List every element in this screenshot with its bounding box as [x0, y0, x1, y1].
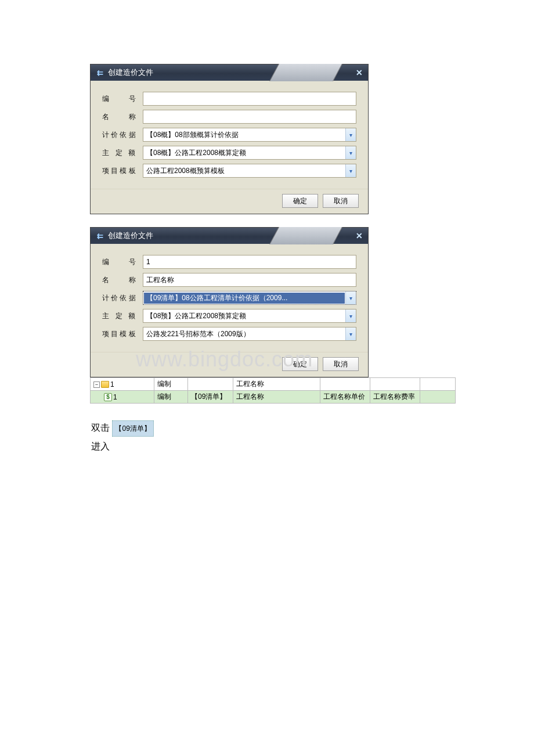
cancel-button[interactable]: 取消: [323, 194, 359, 208]
label-template: 项目模板: [100, 166, 143, 176]
cell-unit-price: [320, 378, 370, 391]
titlebar-decoration: [269, 227, 342, 244]
form-area: 编 号 名 称 计价依据 【08概】08部颁概算计价依据 ▾ 主 定 额 【08…: [91, 81, 368, 189]
app-icon: ⇇: [95, 68, 104, 77]
form-area: 编 号 名 称 计价依据 【09清单】08公路工程清单计价依据（2009... …: [91, 244, 368, 352]
combo-basis[interactable]: 【08概】08部颁概算计价依据 ▾: [143, 128, 356, 142]
combo-basis-text: 【09清单】08公路工程清单计价依据（2009...: [144, 293, 345, 304]
chevron-down-icon[interactable]: ▾: [345, 327, 356, 340]
combo-quota-text: 【08概】公路工程2008概算定额: [143, 147, 345, 159]
titlebar-decoration: [269, 64, 342, 81]
combo-template[interactable]: 公路工程2008概预算模板 ▾: [143, 164, 356, 178]
row-quota: 主 定 额 【08概】公路工程2008概算定额 ▾: [100, 146, 356, 160]
combo-basis[interactable]: 【09清单】08公路工程清单计价依据（2009... ▾: [143, 291, 356, 305]
button-bar: 确定 取消: [91, 352, 368, 377]
label-number: 编 号: [100, 257, 143, 267]
combo-quota-text: 【08预】公路工程2008预算定额: [143, 310, 345, 322]
chevron-down-icon[interactable]: ▾: [345, 128, 356, 141]
input-name[interactable]: [143, 110, 356, 124]
cell-extra: [420, 378, 456, 391]
dialog-create-cost-file-1: ⇇ 创建造价文件 ✕ 编 号 名 称 计价依据 【08概】08部颁概算计价依据 …: [90, 64, 369, 214]
cell-project-name: 工程名称: [233, 391, 320, 404]
row-number: 编 号: [100, 92, 356, 106]
chevron-down-icon[interactable]: ▾: [345, 146, 356, 159]
input-name[interactable]: [143, 273, 356, 287]
input-number[interactable]: [143, 92, 356, 106]
instruction-line2: 进入: [91, 437, 534, 456]
row-quota: 主 定 额 【08预】公路工程2008预算定额 ▾: [100, 309, 356, 323]
row-basis: 计价依据 【08概】08部颁概算计价依据 ▾: [100, 128, 356, 142]
close-button[interactable]: ✕: [354, 231, 365, 241]
row-number: 编 号: [100, 255, 356, 269]
combo-basis-text: 【08概】08部颁概算计价依据: [143, 129, 345, 141]
tree-node-label: 1: [113, 393, 117, 401]
combo-quota[interactable]: 【08概】公路工程2008概算定额 ▾: [143, 146, 356, 160]
tree-node-label: 1: [110, 380, 114, 388]
app-icon: ⇇: [95, 231, 104, 240]
ok-button[interactable]: 确定: [282, 194, 318, 208]
cell-rate: [370, 378, 420, 391]
titlebar: ⇇ 创建造价文件 ✕: [91, 64, 368, 81]
cancel-button[interactable]: 取消: [323, 357, 359, 371]
chevron-down-icon[interactable]: ▾: [345, 164, 356, 177]
combo-quota[interactable]: 【08预】公路工程2008预算定额 ▾: [143, 309, 356, 323]
dialog-create-cost-file-2: ⇇ 创建造价文件 ✕ 编 号 名 称 计价依据 【09清单】08公路工程清单计价…: [90, 227, 369, 377]
folder-icon: [101, 381, 109, 388]
ok-button[interactable]: 确定: [282, 357, 318, 371]
collapse-toggle[interactable]: −: [93, 381, 100, 388]
chevron-down-icon[interactable]: ▾: [345, 291, 356, 304]
label-number: 编 号: [100, 94, 143, 104]
cell-status: 编制: [154, 391, 188, 404]
dialog-title: 创建造价文件: [108, 231, 153, 241]
close-icon: ✕: [356, 68, 363, 77]
label-basis: 计价依据: [100, 130, 143, 140]
combo-template-text: 公路发221号招标范本（2009版）: [143, 328, 345, 340]
row-template: 项目模板 公路发221号招标范本（2009版） ▾: [100, 327, 356, 341]
combo-template[interactable]: 公路发221号招标范本（2009版） ▾: [143, 327, 356, 341]
instruction-chip: 【09清单】: [112, 420, 153, 437]
tree-row-child[interactable]: $ 1 编制 【09清单】 工程名称 工程名称单价 工程名称费率: [91, 391, 456, 404]
cell-project-name: 工程名称: [233, 378, 320, 391]
label-name: 名 称: [100, 112, 143, 122]
label-basis: 计价依据: [100, 293, 143, 303]
combo-template-text: 公路工程2008概预算模板: [143, 165, 345, 177]
button-bar: 确定 取消: [91, 189, 368, 214]
input-number[interactable]: [143, 255, 356, 269]
tree-row-parent[interactable]: − 1 编制 工程名称: [91, 378, 456, 391]
document-icon: $: [104, 393, 112, 401]
label-template: 项目模板: [100, 329, 143, 339]
row-name: 名 称: [100, 273, 356, 287]
instructions: 双击 【09清单】 进入: [91, 419, 534, 456]
chevron-down-icon[interactable]: ▾: [345, 309, 356, 322]
dialog-title: 创建造价文件: [108, 67, 153, 78]
titlebar: ⇇ 创建造价文件 ✕: [91, 228, 368, 244]
close-icon: ✕: [356, 231, 363, 240]
cell-type: [188, 378, 233, 391]
row-template: 项目模板 公路工程2008概预算模板 ▾: [100, 164, 356, 178]
cell-extra: [420, 391, 456, 404]
cell-unit-price: 工程名称单价: [320, 391, 370, 404]
cell-status: 编制: [154, 378, 188, 391]
label-name: 名 称: [100, 275, 143, 285]
label-quota: 主 定 额: [100, 311, 143, 321]
cell-type: 【09清单】: [188, 391, 233, 404]
label-quota: 主 定 额: [100, 148, 143, 158]
close-button[interactable]: ✕: [354, 67, 365, 78]
project-tree-table: − 1 编制 工程名称 $ 1 编制 【09清单】 工程名称 工程名称单价 工程…: [90, 377, 456, 404]
instruction-line1-prefix: 双击: [91, 423, 110, 433]
row-basis: 计价依据 【09清单】08公路工程清单计价依据（2009... ▾: [100, 291, 356, 305]
row-name: 名 称: [100, 110, 356, 124]
cell-rate: 工程名称费率: [370, 391, 420, 404]
